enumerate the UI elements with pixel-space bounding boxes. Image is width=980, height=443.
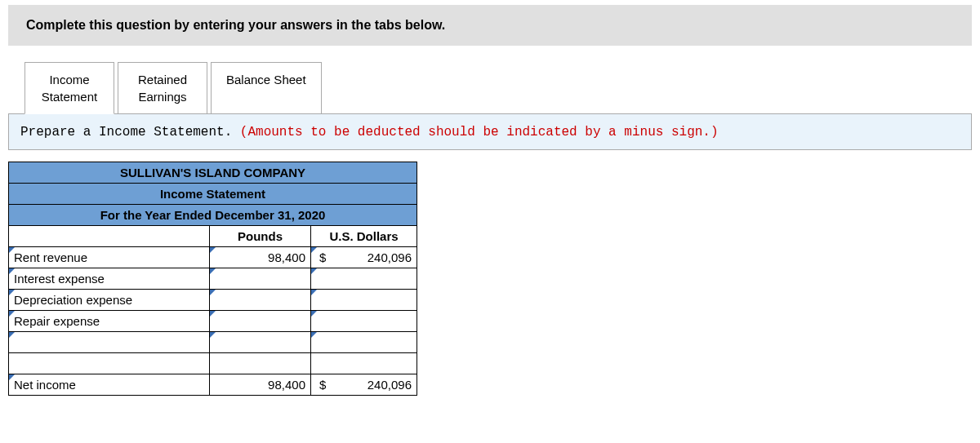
tab-retained-earnings[interactable]: Retained Earnings: [118, 62, 207, 114]
instruction-text: Complete this question by entering your …: [26, 18, 445, 32]
prompt-note: (Amounts to be deducted should be indica…: [240, 125, 719, 140]
row-pounds[interactable]: 98,400: [210, 247, 311, 268]
prompt-panel: Prepare a Income Statement. (Amounts to …: [8, 113, 972, 150]
prompt-main: Prepare a Income Statement.: [20, 125, 240, 140]
row-label[interactable]: [9, 332, 210, 353]
instruction-bar: Complete this question by entering your …: [8, 5, 972, 46]
row-pounds[interactable]: [210, 311, 311, 332]
tab-income-statement[interactable]: Income Statement: [24, 62, 114, 114]
worksheet: SULLIVAN'S ISLAND COMPANY Income Stateme…: [8, 162, 972, 396]
row-usd[interactable]: [311, 290, 417, 311]
row-usd[interactable]: [311, 268, 417, 290]
table-row: Repair expense: [9, 311, 417, 332]
tabs-container: Income Statement Retained Earnings Balan…: [24, 62, 972, 114]
row-usd[interactable]: [311, 332, 417, 353]
blank-corner: [9, 226, 210, 247]
row-label[interactable]: Depreciation expense: [9, 290, 210, 311]
table-row: Rent revenue 98,400 $240,096: [9, 247, 417, 268]
table-row: Depreciation expense: [9, 290, 417, 311]
row-label[interactable]: Interest expense: [9, 268, 210, 290]
row-usd[interactable]: $240,096: [311, 247, 417, 268]
col-usd: U.S. Dollars: [311, 226, 417, 247]
row-usd[interactable]: [311, 311, 417, 332]
table-row: Interest expense: [9, 268, 417, 290]
total-usd: $240,096: [311, 374, 417, 396]
company-header: SULLIVAN'S ISLAND COMPANY: [9, 162, 417, 184]
period-header: For the Year Ended December 31, 2020: [9, 205, 417, 226]
col-pounds: Pounds: [210, 226, 311, 247]
income-statement-table: SULLIVAN'S ISLAND COMPANY Income Stateme…: [8, 162, 417, 396]
spacer-row: [9, 353, 417, 374]
row-label[interactable]: Rent revenue: [9, 247, 210, 268]
total-row: Net income 98,400 $240,096: [9, 374, 417, 396]
row-pounds[interactable]: [210, 290, 311, 311]
statement-title: Income Statement: [9, 184, 417, 205]
tab-balance-sheet[interactable]: Balance Sheet: [211, 62, 322, 114]
row-pounds[interactable]: [210, 268, 311, 290]
row-pounds[interactable]: [210, 332, 311, 353]
total-label[interactable]: Net income: [9, 374, 210, 396]
table-row: [9, 332, 417, 353]
row-label[interactable]: Repair expense: [9, 311, 210, 332]
total-pounds: 98,400: [210, 374, 311, 396]
